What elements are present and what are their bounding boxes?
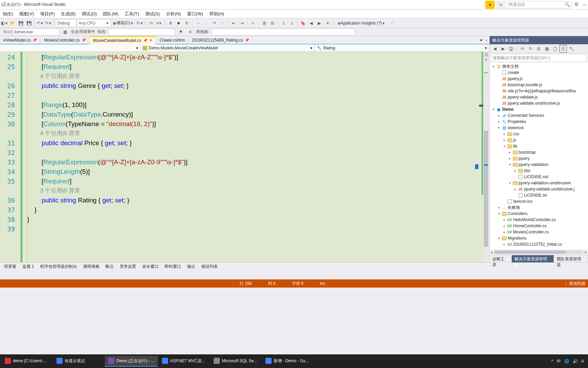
taskbar-item[interactable]: Microsoft SQL Se...: [210, 356, 261, 367]
solution-tree[interactable]: ▾📜脚本文档createJSjquery.jsJSbootstrap.bundl…: [490, 63, 588, 249]
class-dropdown[interactable]: Demo.Models.MovieCreateViewModel▾: [141, 44, 315, 51]
bottom-tab[interactable]: 错误列表: [199, 263, 220, 271]
notifications-flag-icon[interactable]: ▾: [485, 1, 495, 9]
step-over-icon[interactable]: ↷: [211, 19, 218, 27]
step-into-icon[interactable]: ↓: [202, 19, 210, 27]
horizontal-scrollbar[interactable]: ◂▸: [490, 249, 588, 255]
taskbar-item[interactable]: demo [C:\Users\...: [1, 356, 52, 367]
close-icon[interactable]: ✕: [149, 38, 152, 43]
next-bookmark-icon[interactable]: ▶: [316, 19, 323, 27]
open-file-icon[interactable]: 📂: [9, 19, 16, 27]
redo-icon[interactable]: ↷▾: [45, 19, 52, 27]
menu-item[interactable]: 帮助(H): [207, 10, 227, 18]
menu-item[interactable]: 生成(B): [58, 10, 78, 18]
lifecycle-toggle-icon[interactable]: ▦: [61, 28, 69, 36]
tree-node[interactable]: ▸css: [490, 131, 588, 137]
document-tab[interactable]: MoviesController.cs📌: [40, 36, 89, 44]
thread-mute-icon[interactable]: ✕: [186, 28, 194, 36]
code-editor[interactable]: 24252627282930313233343536373839 [Regula…: [0, 52, 489, 262]
tray-volume-icon[interactable]: 🔊: [573, 359, 578, 364]
tree-node[interactable]: favicon.ico: [490, 198, 588, 204]
step-forward-icon[interactable]: ⇥: [238, 19, 246, 27]
bottom-tab[interactable]: 调用堆栈: [80, 263, 102, 271]
code-map-icon[interactable]: ⌗: [249, 19, 257, 27]
tree-node[interactable]: ▸C#MoviesController.cs: [490, 229, 588, 235]
tree-node[interactable]: JSjquery.validate.js: [490, 94, 588, 100]
comment-icon[interactable]: ⊞: [261, 19, 268, 27]
document-tab[interactable]: Create.cshtml: [156, 36, 189, 44]
outlining-margin[interactable]: [22, 52, 27, 262]
tree-node[interactable]: ▾Controllers: [490, 211, 588, 217]
bottom-tab[interactable]: 程序包管理器控制台: [37, 263, 80, 271]
menu-item[interactable]: 分析(N): [163, 10, 184, 18]
tree-node[interactable]: ▸🔧Properties: [490, 119, 588, 125]
show-all-files-icon[interactable]: ▦: [543, 45, 551, 52]
tree-node[interactable]: LICENSE.txt: [490, 192, 588, 198]
taskbar-item[interactable]: 有道云笔记: [53, 356, 104, 367]
tree-node[interactable]: JSsite.js?v=4q1jwfhapazgr8wausrux6ha: [490, 88, 588, 94]
solution-config-dropdown[interactable]: Debug: [56, 19, 76, 27]
taskbar-item[interactable]: Demo (正在运行) - ...: [105, 356, 158, 367]
menu-item[interactable]: 窗口(W): [184, 10, 206, 18]
tree-node[interactable]: ▸🔗Connected Services: [490, 112, 588, 119]
forward-icon[interactable]: ▶: [499, 45, 507, 52]
menu-item[interactable]: 测试(S): [143, 10, 163, 18]
sync-icon[interactable]: ⟲: [519, 45, 526, 52]
restart-icon[interactable]: ↻: [183, 19, 191, 27]
tree-node[interactable]: ▸js: [490, 137, 588, 143]
tree-node[interactable]: ▾lib: [490, 143, 588, 149]
show-next-statement-icon[interactable]: →: [194, 19, 202, 27]
menu-item[interactable]: 工具(T): [122, 10, 142, 18]
minimize-icon[interactable]: —: [581, 2, 588, 7]
browser-link-icon[interactable]: ⟲: [147, 19, 155, 27]
refresh-icon[interactable]: ↻▾: [136, 19, 144, 27]
step-backward-icon[interactable]: ⇤: [230, 19, 238, 27]
tree-node[interactable]: ▾▣Demo: [490, 106, 588, 112]
tree-node[interactable]: ▸C#20190311123752_Initial.cs: [490, 241, 588, 247]
document-tab[interactable]: eViewModel.cs📌: [0, 36, 40, 44]
split-view-icon[interactable]: ▤: [483, 52, 489, 57]
bottom-tab[interactable]: 即时窗口: [162, 263, 184, 271]
insights-button[interactable]: ◆ Application Insights (?) ▾: [335, 19, 388, 27]
document-tab[interactable]: MovieCreateViewModel.cs📌✕: [89, 36, 156, 44]
feedback-icon[interactable]: ☺: [496, 1, 506, 9]
back-icon[interactable]: ◀: [491, 45, 499, 52]
pin-icon[interactable]: 📌: [82, 38, 86, 42]
collapse-all-icon[interactable]: ⊟: [535, 45, 542, 52]
tree-node[interactable]: ▸jquery: [490, 155, 588, 162]
sign-in-button[interactable]: 登: [573, 2, 580, 7]
tree-node[interactable]: ▸∴依赖项: [490, 204, 588, 211]
taskbar-item[interactable]: 新增 - Demo - Go...: [262, 356, 313, 367]
tool-tab[interactable]: 团队资源管理器: [554, 255, 588, 262]
menu-item[interactable]: 团队(M): [100, 10, 121, 18]
tray-network-icon[interactable]: 🌐: [564, 359, 569, 364]
solution-search-input[interactable]: 搜索解决方案资源管理器(Ctrl+;): [491, 54, 587, 62]
tree-node[interactable]: ▸dist: [490, 168, 588, 174]
tree-node[interactable]: JSjquery.validate.unobtrusive.js: [490, 100, 588, 106]
bottom-tab[interactable]: 命令窗口: [140, 263, 161, 271]
tab-toggle-icon[interactable]: ▫: [484, 38, 489, 43]
pin-icon[interactable]: 📌: [143, 39, 147, 42]
prev-bookmark-icon[interactable]: ◀: [308, 19, 315, 27]
indent-less-icon[interactable]: ≤: [280, 19, 288, 27]
tree-node[interactable]: ▾jquery-validation: [490, 162, 588, 168]
tree-node[interactable]: ▾jquery-validation-unobtrusive: [490, 180, 588, 186]
tree-node[interactable]: ▾Migrations: [490, 235, 588, 241]
tree-node[interactable]: JSjquery.js: [490, 76, 588, 82]
thread-flag-icon[interactable]: ⚑: [177, 28, 184, 36]
continue-button[interactable]: ▶ 继续(C) ▾: [112, 19, 135, 27]
status-add-source[interactable]: ↑添加到源: [565, 281, 588, 287]
tree-node[interactable]: ▸C#HomeController.cs: [490, 223, 588, 229]
tool-tab[interactable]: 诊断工具: [490, 255, 512, 262]
bookmark-icon[interactable]: 🔖: [299, 19, 307, 27]
tab-overflow-icon[interactable]: ▾: [478, 38, 484, 43]
document-tab[interactable]: 20190321125409_Rating.cs📌: [189, 36, 253, 44]
pin-icon[interactable]: 📌: [245, 38, 249, 42]
save-all-icon[interactable]: 💾: [25, 19, 33, 27]
thread-dropdown[interactable]: [109, 29, 175, 35]
vertical-scrollbar[interactable]: ▤ ▴: [483, 52, 489, 262]
tree-node[interactable]: ▸JSjquery.validate.unobtrusive.j: [490, 186, 588, 192]
save-icon[interactable]: 💾: [17, 19, 24, 27]
uncomment-icon[interactable]: ⊟: [269, 19, 276, 27]
tool-tab[interactable]: 解决方案资源管理器: [512, 255, 554, 262]
